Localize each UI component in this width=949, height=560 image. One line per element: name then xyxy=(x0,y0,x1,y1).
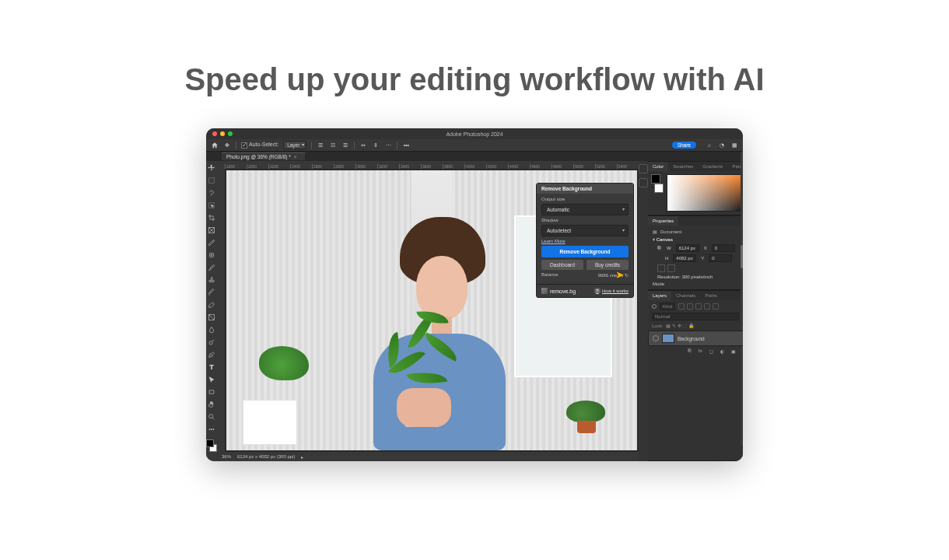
color-panel: Color Swatches Gradients Patterns ≡ xyxy=(648,161,743,215)
marquee-tool[interactable] xyxy=(206,175,217,186)
pedestal xyxy=(243,400,297,445)
hand-tool[interactable] xyxy=(206,399,217,410)
output-size-dropdown[interactable]: Automatic xyxy=(541,204,629,215)
collapsed-panels-strip xyxy=(639,161,648,461)
align-center-icon[interactable]: ☷ xyxy=(329,142,337,149)
gradient-tool[interactable] xyxy=(206,312,217,323)
removebg-logo: remove.bg xyxy=(541,288,576,294)
foreground-background-swatch[interactable] xyxy=(206,439,217,452)
blend-mode-dropdown[interactable]: Normal xyxy=(652,313,739,320)
width-field[interactable]: 6124 px xyxy=(676,244,699,252)
crop-tool[interactable] xyxy=(206,212,217,223)
visibility-toggle-icon[interactable] xyxy=(653,335,659,341)
svg-rect-11 xyxy=(209,390,214,394)
healing-brush-tool[interactable] xyxy=(206,250,217,261)
document-canvas[interactable]: Remove Background Output size Automatic … xyxy=(225,169,639,452)
link-icon[interactable]: ⛓ xyxy=(657,246,662,250)
layer-row-background[interactable]: Background 🔒 xyxy=(648,331,743,346)
orientation-icons[interactable] xyxy=(657,264,743,272)
x-field[interactable]: 0 xyxy=(712,244,735,252)
align-right-icon[interactable]: ☰ xyxy=(341,142,349,149)
layer-filter-icons[interactable] xyxy=(678,303,719,310)
learn-more-link[interactable]: Learn More xyxy=(541,239,629,243)
layer-filter-kind[interactable]: Kind xyxy=(660,303,675,310)
group-icon[interactable]: ▣ xyxy=(731,348,737,355)
type-tool[interactable] xyxy=(206,362,217,373)
workspace-icon[interactable]: ▦ xyxy=(730,142,738,149)
properties-scrollbar[interactable] xyxy=(741,152,743,446)
auto-select-checkbox[interactable]: Auto-Select: xyxy=(241,142,278,148)
pen-tool[interactable] xyxy=(206,349,217,360)
tab-color[interactable]: Color xyxy=(648,162,668,171)
shadow-dropdown[interactable]: Autodetect xyxy=(541,225,629,236)
layer-style-icon[interactable]: fx xyxy=(699,348,705,355)
color-field[interactable] xyxy=(667,174,743,212)
height-field[interactable]: 4082 px xyxy=(673,254,696,262)
edit-toolbar-icon[interactable] xyxy=(206,424,217,435)
remove-bg-panel-title: Remove Background xyxy=(537,184,633,194)
link-layers-icon[interactable]: ⛓ xyxy=(688,348,694,355)
tab-channels[interactable]: Channels xyxy=(671,291,700,300)
y-field[interactable]: 0 xyxy=(709,254,732,262)
page-headline: Speed up your editing workflow with AI xyxy=(184,62,764,97)
blur-tool[interactable] xyxy=(206,324,217,335)
home-icon[interactable] xyxy=(211,142,219,149)
resolution-text: Resolution: 300 pixels/inch xyxy=(657,275,743,279)
layer-name[interactable]: Background xyxy=(678,336,705,341)
tab-swatches[interactable]: Swatches xyxy=(668,162,698,171)
lasso-tool[interactable] xyxy=(206,187,217,198)
y-label: Y xyxy=(701,256,704,261)
eraser-tool[interactable] xyxy=(206,299,217,310)
layer-mask-icon[interactable]: ◻ xyxy=(709,348,716,355)
brush-tool[interactable] xyxy=(206,262,217,273)
search-icon[interactable]: ⌕ xyxy=(706,142,713,149)
zoom-level[interactable]: 36% xyxy=(222,454,231,459)
color-swatch-pair[interactable] xyxy=(651,174,664,193)
dodge-tool[interactable] xyxy=(206,337,217,348)
tab-properties[interactable]: Properties xyxy=(648,216,678,226)
clone-stamp-tool[interactable] xyxy=(206,275,217,285)
layer-thumbnail[interactable] xyxy=(662,334,674,343)
object-select-tool[interactable] xyxy=(206,200,217,211)
tab-paths[interactable]: Paths xyxy=(700,291,721,300)
divider xyxy=(311,142,312,149)
distribute-v-icon[interactable]: ⇕ xyxy=(372,142,380,149)
eyedropper-tool[interactable] xyxy=(206,237,217,248)
frame-tool[interactable] xyxy=(206,225,217,236)
history-brush-tool[interactable] xyxy=(206,287,217,298)
svg-point-9 xyxy=(209,341,212,345)
adjustment-layer-icon[interactable]: ◐ xyxy=(720,348,727,355)
canvas-section[interactable]: Canvas xyxy=(653,236,743,242)
more-options-icon[interactable]: ••• xyxy=(402,142,410,149)
cloud-icon[interactable]: ◔ xyxy=(718,142,726,149)
dashboard-button[interactable]: Dashboard xyxy=(541,260,583,270)
svg-point-14 xyxy=(209,429,210,429)
path-select-tool[interactable] xyxy=(206,374,217,385)
foreground-color-swatch[interactable] xyxy=(206,439,214,447)
move-tool[interactable] xyxy=(206,163,217,173)
zoom-tool[interactable] xyxy=(206,411,217,422)
share-button[interactable]: Share xyxy=(672,142,696,149)
tab-layers[interactable]: Layers xyxy=(648,291,671,300)
lock-icons[interactable]: ▦ ✎ ✥ ⬚ 🔒 xyxy=(666,323,694,328)
status-chevron-icon[interactable]: ▸ xyxy=(301,454,303,460)
collapsed-panel-icon[interactable] xyxy=(639,164,648,173)
how-it-works-link[interactable]: How it works xyxy=(594,288,629,294)
divider xyxy=(397,142,397,149)
align-options-icon[interactable]: ⋯ xyxy=(384,142,392,149)
collapsed-panel-icon[interactable] xyxy=(639,178,648,187)
option-bar: ✥ Auto-Select: Layer ☰ ☷ ☰ ⇔ ⇕ ⋯ ••• Sha… xyxy=(206,139,743,152)
move-tool-icon: ✥ xyxy=(223,142,231,149)
close-tab-icon[interactable]: × xyxy=(294,154,297,159)
tab-gradients[interactable]: Gradients xyxy=(698,162,727,171)
buy-credits-button[interactable]: Buy credits xyxy=(587,260,629,270)
remove-background-button[interactable]: Remove Background xyxy=(541,246,629,257)
document-tab[interactable]: Photo.png @ 36% (RGB/8) *× xyxy=(222,152,305,160)
properties-panel: Properties ≡ ▤ Document Canvas ⛓ W 6124 … xyxy=(648,215,743,290)
rectangle-tool[interactable] xyxy=(206,387,217,397)
align-left-icon[interactable]: ☰ xyxy=(317,142,324,149)
distribute-h-icon[interactable]: ⇔ xyxy=(359,142,367,149)
layer-search-icon[interactable] xyxy=(652,304,657,309)
divider xyxy=(236,142,236,149)
auto-select-dropdown[interactable]: Layer xyxy=(283,141,306,149)
